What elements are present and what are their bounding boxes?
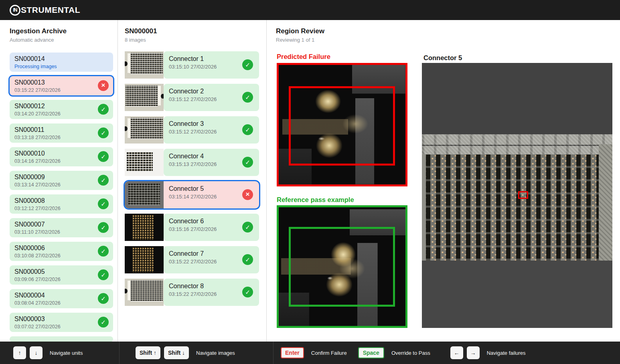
detail-image-background-bottom [422,261,612,328]
top-bar: IN STRUMENTAL [0,0,620,20]
unit-timestamp: 03:14:20 27/02/2026 [14,111,108,117]
unit-timestamp: 03:15:22 27/02/2026 [14,87,108,93]
shortcut-section-images: Shift ↑ Shift ↓ Navigate images [120,342,274,364]
archive-subtitle: Automatic advance [10,37,118,43]
unit-item-sn000004[interactable]: SN000004 03:08:04 27/02/2026 [10,289,113,308]
pass-icon [98,198,109,209]
pass-icon [242,222,253,233]
detail-image-title: Connector 5 [423,54,462,62]
enter-key: Enter [281,347,304,358]
archive-title: Ingestion Archive [10,27,118,35]
pass-icon [98,127,109,138]
unit-timestamp: 03:14:16 27/02/2026 [14,158,108,164]
unit-timestamp: 03:08:04 27/02/2026 [14,300,108,306]
unit-timestamp: 03:11:10 27/02/2026 [14,229,108,235]
pass-icon [242,59,253,70]
navigate-failures-label: Navigate failures [487,350,526,356]
instrumental-logo: IN STRUMENTAL [10,5,80,16]
unit-item-sn000009[interactable]: SN000009 03:13:14 27/02/2026 [10,171,113,190]
unit-item-partial[interactable] [10,336,113,342]
predicted-failure-label: Predicted Failure [277,53,330,61]
pass-icon [98,293,109,304]
logo-text: STRUMENTAL [21,5,80,15]
image-row-connector-3[interactable]: Connector 3 03:15:12 27/02/2026 [125,116,259,144]
region-review-panel: Region Review Reviewing 1 of 1 Predicted… [267,20,620,364]
unit-id: SN000011 [14,126,108,133]
unit-id: SN000007 [14,221,108,228]
detail-image-background [422,63,612,134]
pass-icon [242,124,253,135]
unit-id: SN000012 [14,103,108,110]
unit-item-sn000011[interactable]: SN000011 03:13:18 27/02/2026 [10,123,113,143]
unit-images-panel: SN000001 8 images Connector 1 03:15:10 2… [118,20,267,364]
shortcut-section-review: Enter Confirm Failure Space Override to … [274,342,620,364]
unit-image-count: 8 images [125,37,266,43]
reference-pass-image [277,205,407,328]
image-row-connector-1[interactable]: Connector 1 03:15:10 27/02/2026 [125,51,259,79]
ingestion-archive-panel: Ingestion Archive Automatic advance SN00… [0,20,118,364]
shift-down-key: Shift ↓ [164,346,189,359]
pass-icon [242,92,253,103]
predicted-failure-image [277,63,407,186]
override-to-pass-label: Override to Pass [391,350,430,356]
unit-item-sn000012[interactable]: SN000012 03:14:20 27/02/2026 [10,100,113,119]
pass-icon [242,254,253,265]
unit-id: SN000014 [14,55,108,63]
unit-item-sn000003[interactable]: SN000003 03:07:02 27/02/2026 [10,313,113,332]
image-row-connector-8[interactable]: Connector 8 03:15:22 27/02/2026 [125,279,259,306]
unit-id: SN000004 [14,292,108,299]
image-row-connector-6[interactable]: Connector 6 03:15:16 27/02/2026 [125,214,259,241]
unit-title: SN000001 [125,27,266,35]
arrow-down-key: ↓ [30,346,43,359]
image-row-connector-2[interactable]: Connector 2 03:15:12 27/02/2026 [125,84,259,111]
shortcut-bar: ↑ ↓ Navigate units Shift ↑ Shift ↓ Navig… [0,342,620,364]
unit-item-sn000005[interactable]: SN000005 03:09:06 27/02/2026 [10,265,113,285]
failure-annotation-box [289,86,395,166]
shortcut-section-units: ↑ ↓ Navigate units [0,342,120,364]
connector-detail-image [422,63,612,328]
unit-item-sn000014[interactable]: SN000014 Processing images [10,53,113,72]
unit-id: SN000013 [14,79,108,86]
image-list: Connector 1 03:15:10 27/02/2026 Connecto… [125,51,259,311]
fail-icon [98,80,109,91]
arrow-up-key: ↑ [13,346,26,359]
connector-thumbnail [125,51,164,79]
pass-icon [98,269,109,280]
confirm-failure-label: Confirm Failure [311,350,347,356]
unit-id: SN000009 [14,174,108,181]
connector-thumbnail [125,181,164,208]
image-row-connector-7[interactable]: Connector 7 03:15:22 27/02/2026 [125,246,259,273]
unit-timestamp: 03:07:02 27/02/2026 [14,324,108,330]
pass-icon [98,317,109,328]
reference-annotation-box [289,227,395,307]
unit-item-sn000007[interactable]: SN000007 03:11:10 27/02/2026 [10,218,113,237]
pass-icon [98,246,109,257]
image-row-connector-4[interactable]: Connector 4 03:15:13 27/02/2026 [125,149,259,176]
unit-item-sn000010[interactable]: SN000010 03:14:16 27/02/2026 [10,147,113,166]
detail-image-right-edge [599,144,612,261]
reference-pass-label: Reference pass example [277,196,354,204]
unit-list: SN000014 Processing images SN000013 03:1… [10,53,113,346]
unit-item-sn000008[interactable]: SN000008 03:12:12 27/02/2026 [10,194,113,214]
region-review-title: Region Review [276,27,620,35]
unit-status-text: Processing images [14,64,108,69]
unit-timestamp: 03:10:08 27/02/2026 [14,253,108,259]
pass-icon [242,287,253,297]
image-row-connector-5[interactable]: Connector 5 03:15:14 27/02/2026 [125,181,259,208]
unit-item-sn000013[interactable]: SN000013 03:15:22 27/02/2026 [10,76,113,95]
arrow-right-key: → [467,346,480,359]
detail-image-pin-grid [422,154,612,261]
review-progress: Reviewing 1 of 1 [276,37,620,43]
detail-failure-region-box [518,191,528,199]
pass-icon [98,222,109,233]
unit-item-sn000006[interactable]: SN000006 03:10:08 27/02/2026 [10,242,113,261]
logo-circle-icon: IN [10,5,20,16]
space-key: Space [358,347,384,358]
unit-timestamp: 03:13:18 27/02/2026 [14,135,108,140]
connector-thumbnail [125,149,164,176]
connector-thumbnail [125,214,164,241]
pass-icon [98,151,109,162]
arrow-left-key: ← [450,346,463,359]
connector-thumbnail [125,279,164,306]
unit-id: SN000005 [14,268,108,275]
